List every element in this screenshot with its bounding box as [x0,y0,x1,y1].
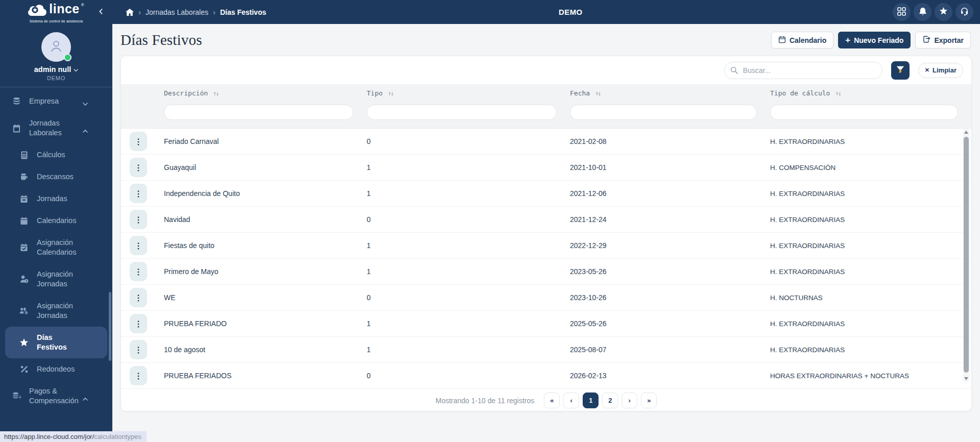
row-actions-button[interactable]: ⋮ [130,132,147,151]
breadcrumb: › Jornadas Laborales › Días Festivos [126,8,266,16]
exportar-button[interactable]: Exportar [915,32,971,48]
kebab-menu-icon: ⋮ [134,319,142,329]
environment-label: DEMO [559,0,583,24]
sidebar-scrollbar-thumb[interactable] [109,292,111,361]
filter-input-descripcion[interactable] [164,105,353,120]
pagination-last-button[interactable]: » [641,392,657,408]
sort-arrows-icon[interactable]: ↑↓ [388,90,393,97]
row-actions-button[interactable]: ⋮ [130,262,147,281]
row-actions-button[interactable]: ⋮ [130,366,147,385]
cell-tipo-calculo: H. COMPENSACIÓN [770,164,971,171]
pagination-page-1-button[interactable]: 1 [583,392,599,408]
sidebar-collapse-button[interactable] [96,7,105,16]
cell-descripcion: Independencia de Quito [164,189,367,198]
apps-grid-button[interactable] [893,3,911,21]
filter-input-fecha[interactable] [570,105,757,120]
sidebar-item-asignacion-jornadas[interactable]: Asignación Jornadas [5,263,107,295]
sidebar-item-jornadas[interactable]: Jornadas [5,188,107,210]
pagination-page-2-button[interactable]: 2 [602,392,618,408]
breadcrumb-item-jornadas-laborales[interactable]: Jornadas Laborales [146,8,208,16]
coins-icon [11,392,21,400]
kebab-menu-icon: ⋮ [134,267,142,277]
cell-tipo: 1 [367,241,570,250]
row-actions-button[interactable]: ⋮ [130,340,147,359]
calendar-icon [11,124,21,133]
sort-arrows-icon[interactable]: ↑↓ [213,90,218,97]
user-name[interactable]: admin null [0,65,112,73]
cell-descripcion: 10 de agosot [164,346,367,354]
kebab-menu-icon: ⋮ [134,293,142,303]
kebab-menu-icon: ⋮ [134,189,142,199]
pagination-prev-button[interactable]: ‹ [563,392,579,408]
notifications-button[interactable] [914,3,931,21]
calendar-solid-icon [19,217,29,225]
url-suffix: calculationtypes [94,433,141,440]
sidebar-item-asignacion-calendarios[interactable]: Asignación Calendarios [5,232,107,263]
pagination-first-button[interactable]: « [544,392,560,408]
favorites-button[interactable] [935,3,952,21]
row-actions-button[interactable]: ⋮ [130,288,147,307]
user-avatar[interactable] [41,32,71,62]
cell-tipo: 1 [367,163,570,171]
column-header-tipo[interactable]: Tipo↑↓ [367,89,570,97]
users-gear-icon [19,307,29,315]
scrollbar-thumb[interactable] [964,137,969,373]
scroll-down-arrow-icon[interactable] [964,377,968,380]
sidebar-item-jornadas-laborales[interactable]: Jornadas Laborales [5,112,107,144]
filter-input-tipo[interactable] [367,105,557,120]
cell-tipo: 0 [367,372,570,380]
sidebar-item-pagos-compensacion[interactable]: Pagos & Compensación [5,380,107,412]
filter-button[interactable] [891,61,910,80]
nuevo-feriado-button[interactable]: + Nuevo Feriado [838,32,911,48]
user-clock-icon [19,275,29,283]
calendar-check-icon [19,243,29,252]
table-scrollbar[interactable] [963,129,970,382]
table-row: ⋮ PRUEBA FERIADOS 0 2026-02-13 HORAS EXT… [121,363,971,389]
sidebar-item-calendarios[interactable]: Calendarios [5,210,107,232]
kebab-menu-icon: ⋮ [134,371,142,381]
cell-tipo-calculo: H. NOCTURNAS [770,294,971,302]
sidebar-item-dias-festivos[interactable]: Días Festivos [5,327,107,358]
support-button[interactable] [955,3,973,21]
calendario-button[interactable]: Calendario [771,32,833,48]
column-header-descripcion[interactable]: Descripción↑↓ [164,89,367,97]
sort-arrows-icon[interactable]: ↑↓ [835,90,840,97]
pagination-next-button[interactable]: › [622,392,637,408]
home-icon[interactable] [126,9,134,16]
cell-descripcion: WE [164,293,367,302]
lince-cloud-logo-icon [28,4,47,18]
cell-descripcion: PRUEBA FERIADO [164,320,367,328]
chevron-left-icon: ‹ [570,397,572,404]
cell-tipo: 1 [367,267,570,276]
sidebar-item-empresa[interactable]: Empresa [5,90,107,112]
sidebar-item-calculos[interactable]: Cálculos [5,144,107,166]
chevron-left-icon [98,8,104,16]
row-actions-button[interactable]: ⋮ [130,184,147,203]
cell-tipo-calculo: H. EXTRAORDINARIAS [770,346,971,354]
user-company: DEMO [0,75,112,81]
support-headset-icon [960,7,969,17]
column-header-fecha[interactable]: Fecha↑↓ [570,89,770,97]
table-row: ⋮ Independencia de Quito 1 2021-12-06 H.… [121,181,971,207]
app-logo[interactable]: lince ® Sistema de control de asistencia [0,2,112,23]
sidebar-item-descansos[interactable]: Descansos [5,166,107,188]
filter-input-tipo-de-calculo[interactable] [770,105,958,120]
row-actions-button[interactable]: ⋮ [130,236,147,255]
search-input[interactable] [724,62,882,79]
favorites-star-icon [939,7,948,17]
limpiar-button[interactable]: ✕ Limpiar [918,63,963,78]
chevron-right-icon: › [629,397,631,404]
table-row: ⋮ Feriado Carnaval 0 2021-02-08 H. EXTRA… [121,129,971,155]
scroll-up-arrow-icon[interactable] [964,131,968,134]
calendar-icon [778,36,786,45]
sidebar-item-redondeos[interactable]: Redondeos [5,358,107,380]
cell-descripcion: PRUEBA FERIADOS [164,372,367,380]
row-actions-button[interactable]: ⋮ [130,314,147,333]
cell-tipo: 1 [367,346,570,354]
column-header-tipo-de-calculo[interactable]: Tipo de cálculo↑↓ [770,89,971,97]
sidebar-item-asignacion-jornadas-2[interactable]: Asignación Jornadas [5,295,107,327]
sort-arrows-icon[interactable]: ↑↓ [595,90,600,97]
cell-fecha: 2023-10-26 [570,293,770,302]
row-actions-button[interactable]: ⋮ [130,210,147,229]
row-actions-button[interactable]: ⋮ [130,158,147,177]
